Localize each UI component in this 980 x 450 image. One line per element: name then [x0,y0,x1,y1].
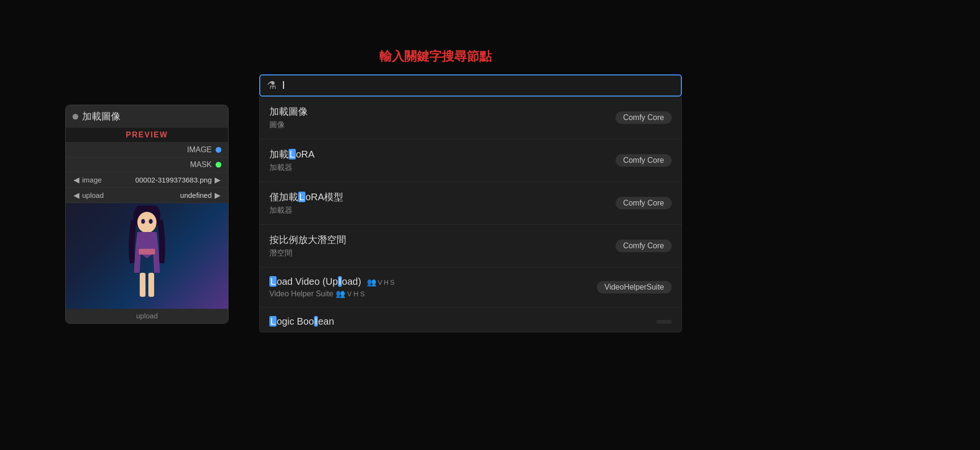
vhs-badge: 👥 VHS [367,278,395,287]
highlight-l-lora: L [289,149,296,159]
svg-point-3 [149,219,153,224]
search-input[interactable] [282,79,674,92]
image-selector-label: image [82,176,135,184]
item-title-load-image: 加載圖像 [269,105,308,118]
highlight-l-logic2: l [314,316,318,327]
svg-rect-6 [148,273,154,297]
node-status-dot [73,114,78,120]
upload-selector-value: undefined [180,191,212,199]
preview-figure [125,206,169,306]
upload-selector-row[interactable]: ◀ upload undefined ▶ [66,188,228,203]
image-prev-arrow[interactable]: ◀ [71,175,82,184]
image-connector [216,147,221,153]
item-title-load-lora: 加載LoRA [269,148,315,161]
node-title-bar: 加載圖像 [66,105,228,128]
tooltip-text: 輸入關鍵字搜尋節點 [379,48,492,65]
highlight-l-video2: l [338,276,342,287]
image-next-arrow[interactable]: ▶ [212,175,223,184]
node-card: 加載圖像 PREVIEW IMAGE MASK ◀ image 00002-31… [65,105,229,324]
search-dropdown: 加載圖像 圖像 Comfy Core 加載LoRA 加載器 Comfy Core… [259,97,682,332]
image-selector-value: 00002-3199373683.png [135,176,212,184]
filter-icon: ⚗ [267,79,277,92]
item-title-latent-scale: 按比例放大潛空間 [269,233,346,246]
image-label: IMAGE [187,146,212,154]
svg-point-1 [137,212,157,233]
node-mask-row: MASK [66,158,228,172]
svg-point-2 [141,219,145,224]
item-badge-load-lora: Comfy Core [616,154,672,167]
dropdown-item-logic-boolean[interactable]: Logic Boolean [260,307,681,332]
item-left-latent-scale: 按比例放大潛空間 潛空間 [269,233,346,258]
upload-prev-arrow[interactable]: ◀ [71,191,82,200]
item-badge-latent-scale: Comfy Core [616,240,672,252]
mask-connector [216,162,221,168]
item-left-load-image: 加載圖像 圖像 [269,105,308,130]
item-title-load-video: Load Video (Upload) 👥 VHS [269,276,394,287]
item-left-load-video: Load Video (Upload) 👥 VHS Video Helper S… [269,276,394,298]
upload-bottom-label: upload [66,309,228,323]
item-left-load-lora: 加載LoRA 加載器 [269,148,315,173]
mask-label: MASK [190,160,212,169]
highlight-l-video: L [269,276,277,287]
item-badge-load-video: VideoHelperSuite [597,281,672,293]
svg-rect-5 [140,273,145,297]
svg-rect-4 [139,249,155,255]
dropdown-item-load-image[interactable]: 加載圖像 圖像 Comfy Core [260,97,681,139]
node-preview-bar: PREVIEW [66,128,228,143]
dropdown-item-load-video[interactable]: Load Video (Upload) 👥 VHS Video Helper S… [260,268,681,307]
upload-next-arrow[interactable]: ▶ [212,191,223,200]
item-badge-load-image: Comfy Core [616,111,672,124]
item-badge-logic [656,320,672,324]
item-subtitle-load-lora: 加載器 [269,163,315,173]
item-left-logic: Logic Boolean [269,316,334,327]
item-subtitle-only-lora: 加載器 [269,206,343,216]
search-bar: ⚗ [259,74,682,97]
item-badge-only-lora: Comfy Core [616,197,672,209]
node-image-row: IMAGE [66,143,228,158]
node-title: 加載圖像 [82,110,121,123]
item-subtitle-load-image: 圖像 [269,120,308,130]
search-container: ⚗ 加載圖像 圖像 Comfy Core 加載LoRA 加載器 Comfy Co… [259,74,682,332]
highlight-l-logic: L [269,316,277,327]
upload-selector-label: upload [82,191,180,199]
dropdown-item-load-lora[interactable]: 加載LoRA 加載器 Comfy Core [260,139,681,182]
node-image-preview [66,203,228,309]
dropdown-item-only-lora[interactable]: 僅加載LoRA模型 加載器 Comfy Core [260,182,681,225]
item-subtitle-load-video: Video Helper Suite 👥 V H S [269,289,394,298]
item-title-only-lora: 僅加載LoRA模型 [269,191,343,204]
item-left-only-lora: 僅加載LoRA模型 加載器 [269,191,343,216]
item-title-logic: Logic Boolean [269,316,334,327]
highlight-l-only-lora: L [298,192,305,202]
item-subtitle-latent-scale: 潛空間 [269,248,346,258]
image-selector-row[interactable]: ◀ image 00002-3199373683.png ▶ [66,172,228,188]
dropdown-item-latent-scale[interactable]: 按比例放大潛空間 潛空間 Comfy Core [260,225,681,268]
